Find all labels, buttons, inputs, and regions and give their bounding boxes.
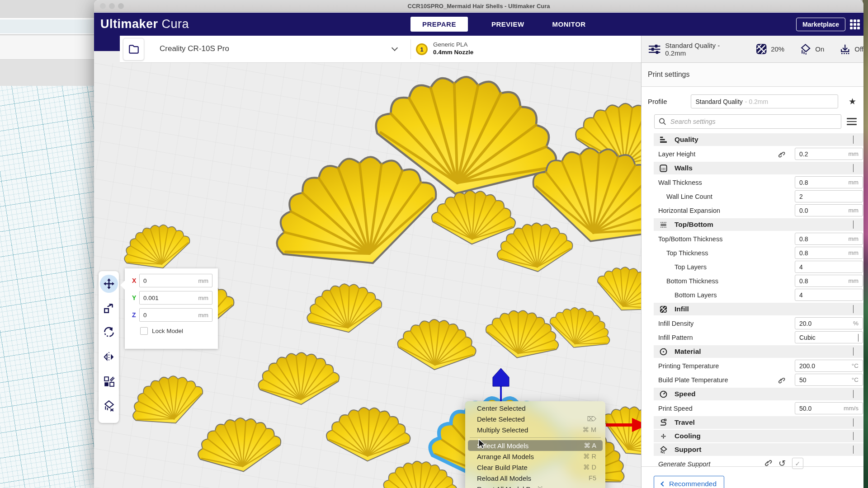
setting-row-infill-pattern: Infill Pattern Cubic: [642, 330, 863, 344]
top-layers-input[interactable]: 4: [795, 261, 863, 273]
app-switcher-grid-icon[interactable]: [850, 19, 861, 29]
lock-model-checkbox[interactable]: [140, 327, 148, 335]
open-file-button[interactable]: [123, 38, 144, 61]
move-tool-button[interactable]: [100, 275, 118, 293]
mirror-icon: [103, 351, 115, 363]
app-header: Ultimaker Cura PREPARE PREVIEW MONITOR M…: [94, 13, 863, 36]
link-icon[interactable]: [777, 150, 785, 160]
printing-temperature-input[interactable]: 200.0 °C: [795, 360, 863, 372]
setting-row-bottom-thickness: Bottom Thickness 0.8 mm: [642, 274, 863, 288]
extruder-badge[interactable]: 1: [416, 43, 428, 55]
per-model-settings-button[interactable]: [100, 372, 118, 390]
section-walls[interactable]: Walls: [654, 162, 863, 174]
y-axis-row: Y 0.001 mm: [132, 291, 212, 305]
section-quality[interactable]: Quality: [654, 133, 863, 146]
walls-icon: [658, 164, 668, 172]
scale-icon: [103, 302, 115, 314]
search-box[interactable]: [654, 114, 841, 129]
section-speed[interactable]: Speed: [654, 388, 863, 400]
setting-row-build-plate-temperature: Build Plate Temperature 50 °C: [642, 373, 863, 387]
support-section-icon: [658, 446, 668, 454]
bottom-layers-input[interactable]: 4: [795, 289, 863, 301]
menu-item-delete-selected[interactable]: Delete Selected ⌦: [468, 413, 603, 424]
support-blocker-button[interactable]: [100, 397, 118, 415]
setting-row-wall-thickness: Wall Thickness 0.8 mm: [642, 175, 863, 189]
setting-row-horizontal-expansion: Horizontal Expansion 0.0 mm: [642, 203, 863, 217]
setting-row-infill-density: Infill Density 20.0 %: [642, 316, 863, 330]
lock-model-label: Lock Model: [152, 328, 183, 334]
quality-icon: [658, 136, 668, 144]
rotate-tool-button[interactable]: [100, 324, 118, 342]
header-corner-block: [94, 36, 120, 51]
search-input[interactable]: [670, 118, 837, 125]
y-position-input[interactable]: 0.001 mm: [139, 291, 212, 305]
stage-tabs: PREPARE PREVIEW MONITOR: [410, 17, 590, 32]
infill-pattern-dropdown[interactable]: Cubic: [795, 331, 863, 343]
chevron-down-icon: [853, 390, 854, 398]
setting-row-printing-temperature: Printing Temperature 200.0 °C: [642, 359, 863, 373]
menu-item-reload-all-models[interactable]: Reload All Models F5: [468, 473, 603, 483]
material-selector[interactable]: Generic PLA 0.4mm Nozzle: [433, 41, 473, 56]
menu-item-select-all-models[interactable]: Select All Models ⌘ A: [468, 440, 603, 451]
chevron-down-icon: [858, 334, 859, 342]
tab-monitor[interactable]: MONITOR: [548, 17, 590, 32]
recommended-mode-button[interactable]: Recommended: [654, 476, 724, 488]
tab-preview[interactable]: PREVIEW: [487, 17, 529, 32]
infill-icon: [756, 43, 767, 55]
scale-tool-button[interactable]: [100, 299, 118, 317]
rotate-icon: [103, 327, 115, 338]
menu-separator: [470, 437, 601, 438]
menu-item-arrange-all-models[interactable]: Arrange All Models ⌘ R: [468, 451, 603, 462]
settings-visibility-menu-icon[interactable]: [847, 118, 857, 125]
section-travel[interactable]: Travel: [654, 416, 863, 429]
profile-dropdown[interactable]: Standard Quality - 0.2mm: [691, 94, 838, 108]
layer-height-input[interactable]: 0.2 mm: [795, 148, 863, 160]
print-settings-summary[interactable]: Standard Quality - 0.2mm 20% On: [641, 36, 863, 63]
wall-thickness-input[interactable]: 0.8 mm: [795, 176, 863, 188]
build-plate-viewport[interactable]: X 0 mm Y 0.001 mm Z 0: [94, 63, 641, 488]
section-infill[interactable]: Infill: [654, 303, 863, 315]
profile-star-icon[interactable]: ★: [849, 96, 856, 107]
setting-row-print-speed: Print Speed 50.0 mm/s: [642, 401, 863, 415]
link-icon[interactable]: [777, 376, 785, 386]
x-position-input[interactable]: 0 mm: [139, 274, 212, 287]
tool-strip: [99, 271, 119, 423]
menu-item-clear-build-plate[interactable]: Clear Build Plate ⌘ D: [468, 462, 603, 473]
section-material[interactable]: Material: [654, 345, 863, 358]
z-position-input[interactable]: 0 mm: [139, 308, 212, 322]
sliders-icon: [648, 43, 661, 55]
printer-selector[interactable]: Creality CR-10S Pro: [160, 44, 229, 53]
wall-line-count-input[interactable]: 2: [795, 190, 863, 202]
mirror-tool-button[interactable]: [100, 348, 118, 366]
x-axis-row: X 0 mm: [132, 274, 212, 287]
menu-item-reset-all-model-positions[interactable]: Reset All Model Positions: [468, 483, 603, 488]
x-axis-label: X: [132, 277, 139, 284]
section-support[interactable]: Support: [654, 443, 863, 456]
section-top-bottom[interactable]: Top/Bottom: [654, 218, 863, 231]
chevron-down-icon: [853, 164, 854, 172]
chevron-left-icon: [853, 432, 854, 440]
background-window-band: [0, 60, 104, 86]
move-coordinates-panel: X 0 mm Y 0.001 mm Z 0: [125, 268, 218, 349]
panel-footer: Recommended: [642, 466, 863, 488]
infill-density-input[interactable]: 20.0 %: [795, 317, 863, 329]
build-plate-temperature-input[interactable]: 50 °C: [795, 374, 863, 386]
print-speed-input[interactable]: 50.0 mm/s: [795, 402, 863, 414]
section-cooling[interactable]: Cooling: [654, 430, 863, 442]
marketplace-button[interactable]: Marketplace: [796, 18, 845, 31]
configuration-bar: Creality CR-10S Pro 1 Generic PLA 0.4mm …: [94, 36, 863, 63]
menu-item-center-selected[interactable]: Center Selected: [468, 403, 603, 413]
material-icon: [658, 348, 668, 356]
setting-row-bottom-layers: Bottom Layers 4: [642, 288, 863, 302]
top-thickness-input[interactable]: 0.8 mm: [795, 247, 863, 259]
profile-label: Profile: [648, 98, 667, 105]
tab-prepare[interactable]: PREPARE: [410, 17, 468, 32]
horizontal-expansion-input[interactable]: 0.0 mm: [795, 204, 863, 216]
print-settings-header[interactable]: Print settings: [642, 63, 863, 87]
support-icon: [800, 43, 811, 55]
top-bottom-thickness-input[interactable]: 0.8 mm: [795, 233, 863, 245]
background-window-toolbar: [0, 18, 104, 34]
bottom-thickness-input[interactable]: 0.8 mm: [795, 275, 863, 287]
y-axis-label: Y: [132, 294, 139, 301]
menu-item-multiply-selected[interactable]: Multiply Selected ⌘ M: [468, 424, 603, 435]
